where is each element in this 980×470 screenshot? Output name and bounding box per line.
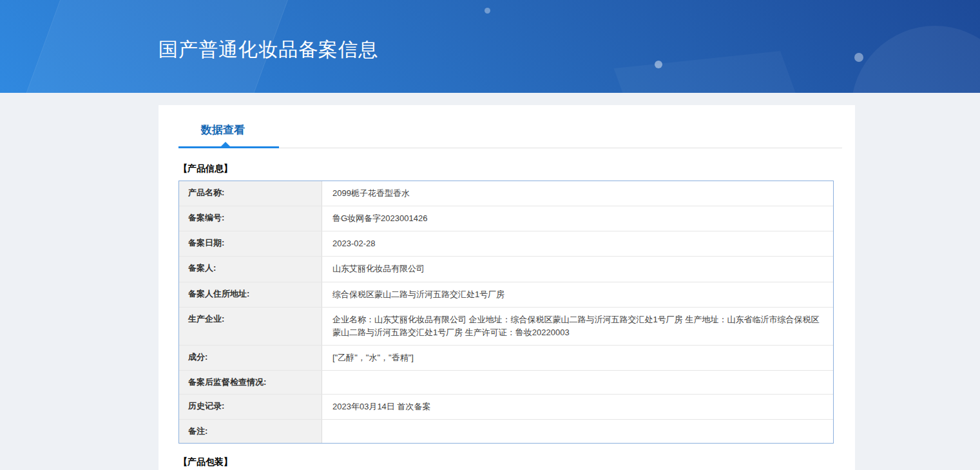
row-value: 2099栀子花香型香水 xyxy=(322,181,833,206)
row-value: 企业名称：山东艾丽化妆品有限公司 企业地址：综合保税区蒙山二路与沂河五路交汇处1… xyxy=(322,308,833,345)
table-row: 备案后监督检查情况: xyxy=(179,371,833,395)
table-row: 备案日期: 2023-02-28 xyxy=(179,231,833,257)
table-row: 备案编号: 鲁G妆网备字2023001426 xyxy=(179,206,833,231)
section-heading-product-info: 【产品信息】 xyxy=(178,163,836,175)
row-label: 生产企业: xyxy=(179,308,322,345)
table-row: 历史记录: 2023年03月14日 首次备案 xyxy=(179,395,833,420)
tab-bar: 数据查看 xyxy=(178,122,836,148)
table-row: 备案人住所地址: 综合保税区蒙山二路与沂河五路交汇处1号厂房 xyxy=(179,282,833,308)
row-value xyxy=(322,371,833,394)
table-row: 备注: xyxy=(179,420,833,443)
circle-decoration xyxy=(851,26,980,93)
row-label: 产品名称: xyxy=(179,181,322,206)
row-label: 备案编号: xyxy=(179,206,322,231)
tab-active-indicator xyxy=(221,142,230,146)
row-label: 备案人: xyxy=(179,257,322,281)
row-label: 成分: xyxy=(179,346,322,370)
tab-active-underline xyxy=(178,146,279,148)
page-title: 国产普通化妆品备案信息 xyxy=(159,37,378,63)
row-value: 2023年03月14日 首次备案 xyxy=(322,395,833,419)
row-label: 备案日期: xyxy=(179,231,322,256)
row-value xyxy=(322,420,833,443)
table-row: 生产企业: 企业名称：山东艾丽化妆品有限公司 企业地址：综合保税区蒙山二路与沂河… xyxy=(179,308,833,346)
row-label: 备注: xyxy=(179,420,322,443)
row-label: 历史记录: xyxy=(179,395,322,419)
dot-decoration xyxy=(655,61,662,68)
content-card: 数据查看 【产品信息】 产品名称: 2099栀子花香型香水 备案编号: 鲁G妆网… xyxy=(159,105,855,470)
section-heading-packaging: 【产品包装】 xyxy=(178,456,836,468)
tab-data-view[interactable]: 数据查看 xyxy=(201,122,245,137)
row-value: 综合保税区蒙山二路与沂河五路交汇处1号厂房 xyxy=(322,282,833,307)
row-value: 山东艾丽化妆品有限公司 xyxy=(322,257,833,281)
table-row: 备案人: 山东艾丽化妆品有限公司 xyxy=(179,257,833,282)
page-banner: 国产普通化妆品备案信息 xyxy=(0,0,980,93)
row-label: 备案人住所地址: xyxy=(179,282,322,307)
row-value: ["乙醇"，"水"，"香精"] xyxy=(322,346,833,370)
table-row: 成分: ["乙醇"，"水"，"香精"] xyxy=(179,346,833,371)
row-value: 鲁G妆网备字2023001426 xyxy=(322,206,833,231)
cube-decoration xyxy=(614,51,817,93)
table-row: 产品名称: 2099栀子花香型香水 xyxy=(179,181,833,206)
tab-underline xyxy=(178,146,836,148)
product-info-table: 产品名称: 2099栀子花香型香水 备案编号: 鲁G妆网备字2023001426… xyxy=(178,181,834,444)
row-label: 备案后监督检查情况: xyxy=(179,371,322,394)
row-value: 2023-02-28 xyxy=(322,231,833,256)
dot-decoration xyxy=(854,53,863,62)
dot-decoration xyxy=(485,8,490,14)
